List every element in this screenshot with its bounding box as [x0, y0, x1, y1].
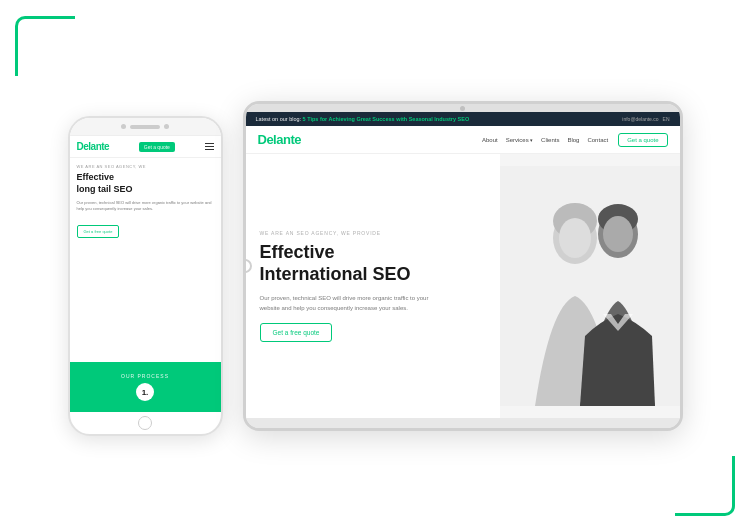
tablet-announcement-bar: Latest on our blog: 5 Tips for Achieving… — [246, 112, 680, 126]
phone-cta-button[interactable]: Get a free quote — [77, 225, 120, 238]
phone-logo-rest: elante — [83, 141, 109, 152]
phone-camera-2 — [164, 124, 169, 129]
phone-hero-text: Our proven, technical SEO will drive mor… — [77, 200, 214, 212]
tablet-nav-contact[interactable]: Contact — [587, 137, 608, 143]
tablet-announcement-highlight: 5 Tips for Achieving Great Success with … — [303, 116, 470, 122]
corner-bottom-right — [675, 456, 735, 516]
tablet-nav-about[interactable]: About — [482, 137, 498, 143]
phone-menu-icon[interactable] — [205, 143, 214, 150]
tablet-top-bar — [246, 104, 680, 112]
phone-green-section: OUR PROCESS 1. — [70, 362, 221, 412]
phone-camera — [121, 124, 126, 129]
phone-top-bar — [70, 118, 221, 136]
tablet-bottom-bar — [246, 418, 680, 428]
tablet-device: Latest on our blog: 5 Tips for Achieving… — [243, 101, 683, 431]
phone-home-button[interactable] — [138, 416, 152, 430]
tablet-nav: Delante About Services Clients Blog Cont… — [246, 126, 680, 154]
tablet-agency-label: WE ARE AN SEO AGENCY, WE PROVIDE — [260, 230, 486, 236]
tablet-hero-image — [500, 154, 680, 418]
tablet-quote-button[interactable]: Get a quote — [618, 133, 667, 147]
outer-container: Delante Get a quote WE ARE AN SEO AGENCY… — [15, 16, 735, 516]
tablet-nav-clients[interactable]: Clients — [541, 137, 559, 143]
phone-agency-label: WE ARE AN SEO AGENCY, WE — [77, 164, 214, 169]
phone-quote-button[interactable]: Get a quote — [139, 142, 175, 152]
phone-hero-title: Effective long tail SEO — [77, 172, 214, 195]
svg-point-5 — [559, 218, 591, 258]
tablet-announcement-email: info@delante.co — [622, 116, 658, 122]
phone-speaker — [130, 125, 160, 129]
phone-process-label: OUR PROCESS — [121, 373, 169, 379]
phone-hero: WE ARE AN SEO AGENCY, WE Effective long … — [70, 158, 221, 362]
phone-step-number: 1. — [136, 383, 154, 401]
phone-device: Delante Get a quote WE ARE AN SEO AGENCY… — [68, 116, 223, 436]
phone-logo: Delante — [77, 141, 110, 152]
tablet-announcement-text: Latest on our blog: 5 Tips for Achieving… — [256, 116, 470, 122]
tablet-cta-button[interactable]: Get a free quote — [260, 323, 333, 342]
tablet-announcement-lang: EN — [663, 116, 670, 122]
tablet-hero-text: Our proven, technical SEO will drive mor… — [260, 294, 440, 313]
tablet-hero-content: WE ARE AN SEO AGENCY, WE PROVIDE Effecti… — [246, 154, 500, 418]
tablet-logo: Delante — [258, 132, 301, 147]
tablet-hero-title: Effective International SEO — [260, 241, 486, 286]
tablet-nav-links: About Services Clients Blog Contact — [482, 137, 608, 143]
people-illustration — [500, 154, 680, 418]
phone-screen: Delante Get a quote WE ARE AN SEO AGENCY… — [70, 136, 221, 412]
phone-bottom-bar — [70, 412, 221, 434]
tablet-logo-rest: elante — [266, 132, 301, 147]
tablet-nav-services[interactable]: Services — [506, 137, 533, 143]
corner-top-left — [15, 16, 75, 76]
tablet-nav-blog[interactable]: Blog — [567, 137, 579, 143]
phone-nav: Delante Get a quote — [70, 136, 221, 158]
tablet-camera — [460, 106, 465, 111]
devices-wrapper: Delante Get a quote WE ARE AN SEO AGENCY… — [15, 16, 735, 516]
svg-point-6 — [603, 216, 633, 252]
tablet-hero: WE ARE AN SEO AGENCY, WE PROVIDE Effecti… — [246, 154, 680, 418]
tablet-screen: Latest on our blog: 5 Tips for Achieving… — [246, 112, 680, 418]
tablet-announcement-right: info@delante.co EN — [622, 116, 669, 122]
